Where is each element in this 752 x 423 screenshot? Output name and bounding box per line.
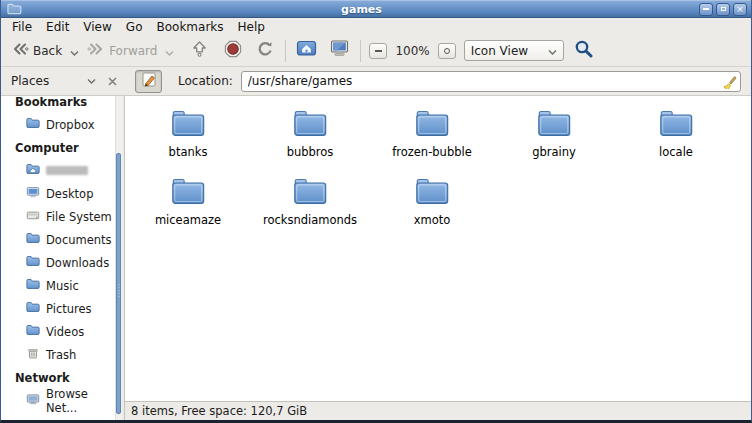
up-icon [190, 39, 209, 62]
menu-bookmarks[interactable]: Bookmarks [149, 20, 230, 34]
sidebar-item-label: File System [46, 210, 112, 224]
zoom-in-button[interactable] [438, 43, 456, 59]
zoom-in-icon [444, 48, 450, 54]
sidebar-item-home-redacted[interactable] [1, 159, 122, 182]
folder-icon [657, 108, 695, 143]
sidebar-item-dropbox[interactable]: Dropbox [1, 113, 122, 136]
folder-icon [26, 255, 40, 270]
menu-view[interactable]: View [76, 20, 118, 34]
back-history-dropdown[interactable] [66, 39, 83, 62]
stop-button[interactable] [219, 37, 247, 65]
home-button[interactable] [292, 37, 321, 64]
forward-history-dropdown[interactable] [161, 39, 178, 62]
menu-go[interactable]: Go [119, 20, 150, 34]
sidebar: BookmarksDropboxComputerDesktopFile Syst… [1, 96, 122, 420]
folder-label: bubbros [287, 145, 334, 159]
sidebar-item-downloads[interactable]: Downloads [1, 251, 122, 274]
home-icon [296, 39, 317, 62]
folder-icon [413, 176, 451, 211]
folder-frozen-bubble[interactable]: frozen-bubble [371, 108, 493, 172]
search-button[interactable] [570, 37, 597, 64]
titlebar[interactable]: games × [1, 0, 751, 18]
folder-btanks[interactable]: btanks [127, 108, 249, 172]
menu-file[interactable]: File [5, 20, 39, 34]
folder-label: rocksndiamonds [263, 213, 357, 227]
folder-xmoto[interactable]: xmoto [371, 176, 493, 240]
folder-bubbros[interactable]: bubbros [249, 108, 371, 172]
chevron-down-icon [165, 41, 174, 60]
menu-help[interactable]: Help [231, 20, 272, 34]
view-mode-select[interactable]: Icon View [464, 40, 564, 61]
folder-icon [26, 117, 40, 132]
toolbar: Back Forward [1, 35, 751, 67]
folder-gbrainy[interactable]: gbrainy [493, 108, 615, 172]
folder-label: gbrainy [532, 145, 576, 159]
sidebar-item-file-system[interactable]: File System [1, 205, 122, 228]
chevron-down-icon[interactable] [81, 78, 102, 84]
sidebar-item-documents[interactable]: Documents [1, 228, 122, 251]
forward-icon [87, 40, 105, 61]
edit-pencil-icon [141, 71, 157, 92]
icon-view[interactable]: btanksbubbrosfrozen-bubblegbrainylocalem… [125, 96, 751, 401]
location-input[interactable] [241, 71, 741, 92]
sidebar-item-label: Documents [46, 233, 112, 247]
places-header[interactable]: Places [9, 74, 123, 88]
reload-icon [255, 39, 275, 63]
sidebar-item-desktop[interactable]: Desktop [1, 182, 122, 205]
reload-button[interactable] [251, 37, 279, 65]
menu-bar: FileEditViewGoBookmarksHelp [1, 18, 751, 35]
folder-icon [169, 108, 207, 143]
status-text: 8 items, Free space: 120,7 GiB [131, 404, 307, 418]
edit-location-toggle[interactable] [135, 70, 162, 93]
sidebar-item-label: Pictures [46, 302, 92, 316]
folder-miceamaze[interactable]: miceamaze [127, 176, 249, 240]
file-manager-window: games × FileEditViewGoBookmarksHelp Back… [0, 0, 752, 423]
folder-label: locale [659, 145, 693, 159]
zoom-out-button[interactable] [369, 43, 387, 59]
sidebar-item-label: Dropbox [46, 118, 94, 132]
close-icon[interactable]: × [733, 3, 747, 16]
folder-icon [26, 278, 40, 293]
sidebar-item-label: Videos [46, 325, 84, 339]
location-bar: Places Location: [1, 67, 751, 96]
menu-edit[interactable]: Edit [39, 20, 76, 34]
sidebar-item-browse-net-[interactable]: Browse Net... [1, 389, 122, 412]
window-title: games [24, 3, 699, 16]
window-folder-icon [7, 3, 22, 15]
computer-icon [329, 39, 350, 62]
up-button[interactable] [186, 37, 213, 64]
forward-button[interactable]: Forward [83, 38, 161, 63]
folder-locale[interactable]: locale [615, 108, 737, 172]
clear-brush-icon[interactable] [721, 73, 737, 89]
location-field [241, 70, 741, 92]
sidebar-item-videos[interactable]: Videos [1, 320, 122, 343]
folder-label: xmoto [414, 213, 451, 227]
zoom-out-icon [375, 50, 382, 52]
sidebar-section-clipped: Bookmarks [1, 97, 122, 113]
sidebar-item-label: Music [46, 279, 79, 293]
minimize-icon[interactable] [699, 3, 713, 16]
back-button[interactable]: Back [7, 38, 66, 63]
folder-icon [291, 108, 329, 143]
sidebar-item-label: Trash [46, 348, 76, 362]
sidebar-item-music[interactable]: Music [1, 274, 122, 297]
computer-button[interactable] [325, 37, 354, 64]
chevron-down-icon [548, 44, 557, 58]
folder-icon [169, 176, 207, 211]
chevron-down-icon [70, 41, 79, 60]
folder-icon [413, 108, 451, 143]
sidebar-item-label: Downloads [46, 256, 109, 270]
back-icon [11, 40, 29, 61]
sidebar-item-pictures[interactable]: Pictures [1, 297, 122, 320]
places-close-icon[interactable] [102, 77, 123, 86]
sidebar-item-trash[interactable]: Trash [1, 343, 122, 366]
folder-icon [26, 324, 40, 339]
forward-label: Forward [109, 44, 157, 58]
sidebar-scrollbar-thumb[interactable] [116, 153, 121, 414]
sidebar-header-computer: Computer [1, 136, 122, 159]
folder-label: btanks [169, 145, 208, 159]
maximize-icon[interactable] [716, 3, 730, 16]
folder-rocksndiamonds[interactable]: rocksndiamonds [249, 176, 371, 240]
sidebar-item-label: Desktop [46, 187, 93, 201]
view-mode-value: Icon View [471, 44, 528, 58]
